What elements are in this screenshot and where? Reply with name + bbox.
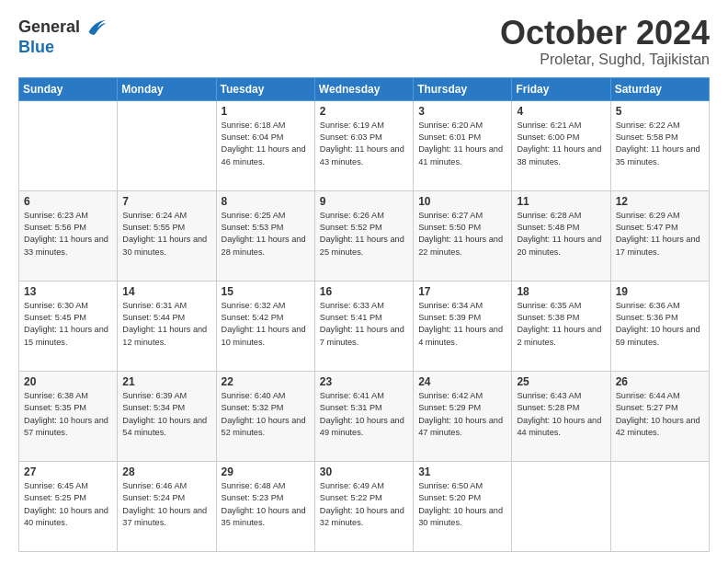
calendar-cell: 3Sunrise: 6:20 AMSunset: 6:01 PMDaylight… [414, 100, 512, 190]
day-number: 18 [517, 285, 605, 298]
calendar-cell: 8Sunrise: 6:25 AMSunset: 5:53 PMDaylight… [216, 190, 314, 281]
logo-bird-icon [82, 15, 108, 40]
day-info: Sunrise: 6:50 AMSunset: 5:20 PMDaylight:… [418, 480, 506, 529]
weekday-header-monday: Monday [118, 77, 216, 100]
calendar-cell: 24Sunrise: 6:42 AMSunset: 5:29 PMDayligh… [414, 371, 512, 461]
calendar-cell: 2Sunrise: 6:19 AMSunset: 6:03 PMDaylight… [314, 100, 413, 190]
day-info: Sunrise: 6:48 AMSunset: 5:23 PMDaylight:… [222, 480, 310, 529]
day-info: Sunrise: 6:34 AMSunset: 5:39 PMDaylight:… [418, 300, 506, 349]
day-info: Sunrise: 6:42 AMSunset: 5:29 PMDaylight:… [418, 390, 506, 439]
calendar-cell: 14Sunrise: 6:31 AMSunset: 5:44 PMDayligh… [118, 281, 216, 371]
week-row-3: 13Sunrise: 6:30 AMSunset: 5:45 PMDayligh… [19, 281, 710, 371]
day-number: 12 [616, 195, 704, 208]
title-block: October 2024 Proletar, Sughd, Tajikistan [500, 15, 710, 68]
week-row-4: 20Sunrise: 6:38 AMSunset: 5:35 PMDayligh… [19, 371, 710, 461]
day-info: Sunrise: 6:20 AMSunset: 6:01 PMDaylight:… [418, 120, 506, 168]
weekday-header-thursday: Thursday [414, 77, 512, 100]
day-number: 5 [616, 105, 704, 118]
week-row-2: 6Sunrise: 6:23 AMSunset: 5:56 PMDaylight… [19, 190, 710, 281]
day-number: 9 [320, 195, 408, 208]
calendar-cell: 25Sunrise: 6:43 AMSunset: 5:28 PMDayligh… [512, 371, 610, 461]
calendar-cell: 1Sunrise: 6:18 AMSunset: 6:04 PMDaylight… [216, 100, 314, 190]
weekday-header-row: SundayMondayTuesdayWednesdayThursdayFrid… [19, 77, 710, 100]
day-info: Sunrise: 6:25 AMSunset: 5:53 PMDaylight:… [222, 210, 310, 259]
day-number: 7 [122, 195, 210, 208]
day-info: Sunrise: 6:27 AMSunset: 5:50 PMDaylight:… [418, 210, 506, 259]
weekday-header-tuesday: Tuesday [216, 77, 314, 100]
day-info: Sunrise: 6:41 AMSunset: 5:31 PMDaylight:… [320, 390, 408, 439]
day-number: 16 [320, 285, 408, 298]
calendar-cell [19, 100, 118, 190]
day-info: Sunrise: 6:40 AMSunset: 5:32 PMDaylight:… [222, 390, 310, 439]
calendar-cell: 22Sunrise: 6:40 AMSunset: 5:32 PMDayligh… [216, 371, 314, 461]
calendar-cell: 21Sunrise: 6:39 AMSunset: 5:34 PMDayligh… [118, 371, 216, 461]
calendar-cell: 29Sunrise: 6:48 AMSunset: 5:23 PMDayligh… [216, 461, 314, 551]
calendar-cell: 31Sunrise: 6:50 AMSunset: 5:20 PMDayligh… [414, 461, 512, 551]
calendar-cell: 5Sunrise: 6:22 AMSunset: 5:58 PMDaylight… [610, 100, 709, 190]
day-number: 13 [24, 285, 112, 298]
calendar-cell: 30Sunrise: 6:49 AMSunset: 5:22 PMDayligh… [314, 461, 413, 551]
day-number: 27 [24, 465, 112, 478]
day-info: Sunrise: 6:44 AMSunset: 5:27 PMDaylight:… [616, 390, 704, 439]
day-number: 19 [616, 285, 704, 298]
month-title: October 2024 [500, 15, 710, 52]
day-number: 21 [122, 375, 210, 388]
calendar-cell: 18Sunrise: 6:35 AMSunset: 5:38 PMDayligh… [512, 281, 610, 371]
day-info: Sunrise: 6:21 AMSunset: 6:00 PMDaylight:… [517, 120, 605, 168]
logo: General Blue [18, 15, 108, 55]
calendar-cell [610, 461, 709, 551]
calendar-cell [118, 100, 216, 190]
day-number: 23 [320, 375, 408, 388]
calendar-cell: 15Sunrise: 6:32 AMSunset: 5:42 PMDayligh… [216, 281, 314, 371]
day-info: Sunrise: 6:36 AMSunset: 5:36 PMDaylight:… [616, 300, 704, 349]
calendar-cell: 23Sunrise: 6:41 AMSunset: 5:31 PMDayligh… [314, 371, 413, 461]
day-info: Sunrise: 6:38 AMSunset: 5:35 PMDaylight:… [24, 390, 112, 439]
location: Proletar, Sughd, Tajikistan [500, 52, 710, 68]
day-info: Sunrise: 6:45 AMSunset: 5:25 PMDaylight:… [24, 480, 112, 529]
day-info: Sunrise: 6:33 AMSunset: 5:41 PMDaylight:… [320, 300, 408, 349]
day-info: Sunrise: 6:29 AMSunset: 5:47 PMDaylight:… [616, 210, 704, 259]
calendar-cell: 28Sunrise: 6:46 AMSunset: 5:24 PMDayligh… [118, 461, 216, 551]
day-info: Sunrise: 6:30 AMSunset: 5:45 PMDaylight:… [24, 300, 112, 349]
day-info: Sunrise: 6:23 AMSunset: 5:56 PMDaylight:… [24, 210, 112, 259]
day-number: 29 [222, 465, 310, 478]
calendar-cell: 9Sunrise: 6:26 AMSunset: 5:52 PMDaylight… [314, 190, 413, 281]
day-info: Sunrise: 6:49 AMSunset: 5:22 PMDaylight:… [320, 480, 408, 529]
calendar-cell: 12Sunrise: 6:29 AMSunset: 5:47 PMDayligh… [610, 190, 709, 281]
logo-text: General [18, 17, 80, 38]
day-number: 6 [24, 195, 112, 208]
calendar-cell: 20Sunrise: 6:38 AMSunset: 5:35 PMDayligh… [19, 371, 118, 461]
day-info: Sunrise: 6:46 AMSunset: 5:24 PMDaylight:… [122, 480, 210, 529]
calendar-cell: 13Sunrise: 6:30 AMSunset: 5:45 PMDayligh… [19, 281, 118, 371]
day-number: 24 [418, 375, 506, 388]
calendar-cell [512, 461, 610, 551]
calendar-cell: 16Sunrise: 6:33 AMSunset: 5:41 PMDayligh… [314, 281, 413, 371]
day-info: Sunrise: 6:28 AMSunset: 5:48 PMDaylight:… [517, 210, 605, 259]
day-number: 2 [320, 105, 408, 118]
day-number: 14 [122, 285, 210, 298]
weekday-header-saturday: Saturday [610, 77, 709, 100]
week-row-5: 27Sunrise: 6:45 AMSunset: 5:25 PMDayligh… [19, 461, 710, 551]
header: General Blue October 2024 Proletar, Sugh… [18, 15, 710, 68]
day-info: Sunrise: 6:19 AMSunset: 6:03 PMDaylight:… [320, 120, 408, 168]
day-number: 8 [222, 195, 310, 208]
calendar-cell: 4Sunrise: 6:21 AMSunset: 6:00 PMDaylight… [512, 100, 610, 190]
day-number: 15 [222, 285, 310, 298]
day-info: Sunrise: 6:32 AMSunset: 5:42 PMDaylight:… [222, 300, 310, 349]
calendar-cell: 19Sunrise: 6:36 AMSunset: 5:36 PMDayligh… [610, 281, 709, 371]
calendar-cell: 7Sunrise: 6:24 AMSunset: 5:55 PMDaylight… [118, 190, 216, 281]
day-info: Sunrise: 6:35 AMSunset: 5:38 PMDaylight:… [517, 300, 605, 349]
weekday-header-sunday: Sunday [19, 77, 118, 100]
calendar-cell: 10Sunrise: 6:27 AMSunset: 5:50 PMDayligh… [414, 190, 512, 281]
weekday-header-friday: Friday [512, 77, 610, 100]
day-number: 17 [418, 285, 506, 298]
day-number: 31 [418, 465, 506, 478]
day-info: Sunrise: 6:22 AMSunset: 5:58 PMDaylight:… [616, 120, 704, 168]
day-info: Sunrise: 6:18 AMSunset: 6:04 PMDaylight:… [222, 120, 310, 168]
day-info: Sunrise: 6:43 AMSunset: 5:28 PMDaylight:… [517, 390, 605, 439]
day-number: 25 [517, 375, 605, 388]
calendar-table: SundayMondayTuesdayWednesdayThursdayFrid… [18, 77, 710, 552]
logo-blue: Blue [18, 39, 108, 55]
calendar-cell: 17Sunrise: 6:34 AMSunset: 5:39 PMDayligh… [414, 281, 512, 371]
day-info: Sunrise: 6:24 AMSunset: 5:55 PMDaylight:… [122, 210, 210, 259]
